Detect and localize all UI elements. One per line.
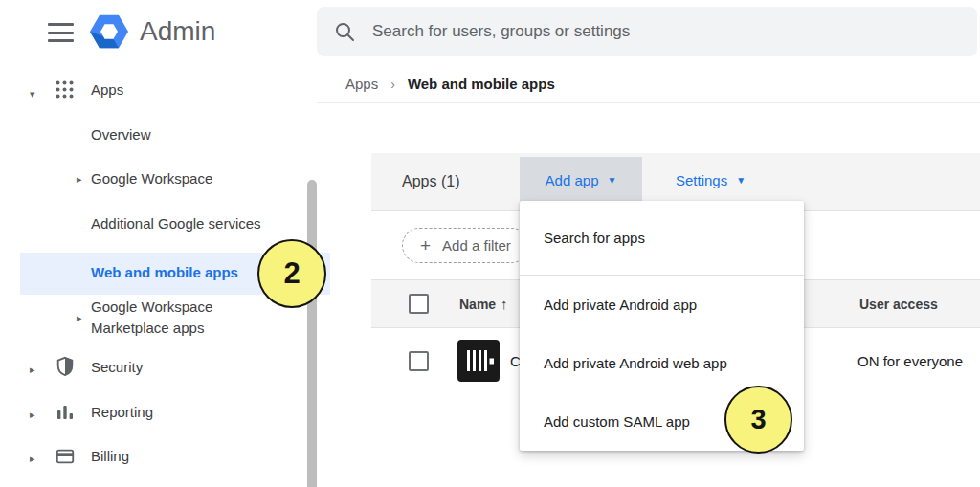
add-app-label: Add app [546,172,599,188]
sidebar-scrollbar[interactable] [307,180,317,487]
add-filter-label: Add a filter [442,237,511,254]
menu-item-add-private-android-app[interactable]: Add private Android app [520,276,804,334]
sidebar-item-security[interactable]: Security [91,359,143,375]
shield-icon [55,356,76,377]
app-logo: Admin [88,11,215,53]
marketplace-label-line2: Marketplace apps [91,318,212,339]
admin-logo-icon [88,11,130,53]
annotation-step-3-badge: 3 [724,386,792,454]
dropdown-arrow-icon: ▼ [736,175,746,186]
hamburger-menu-icon[interactable] [48,23,74,42]
breadcrumb-current: Web and mobile apps [408,76,555,92]
annotation-step-2-badge: 2 [257,239,326,308]
sidebar-item-billing[interactable]: Billing [91,448,129,464]
user-access-cell: ON for everyone [858,353,963,369]
sidebar-item-marketplace-apps[interactable]: Google Workspace Marketplace apps [91,297,212,339]
user-access-column-header: User access [859,297,938,312]
caret-right-icon: ▸ [30,364,35,375]
marketplace-expand-caret[interactable]: ▸ [77,308,82,325]
app-logo-icon [457,340,500,382]
security-expand-caret[interactable]: ▸ [30,360,35,377]
breadcrumb-parent[interactable]: Apps [345,76,378,92]
marketplace-label-line1: Google Workspace [91,297,212,318]
dropdown-arrow-icon: ▼ [607,175,616,186]
reporting-expand-caret[interactable]: ▸ [30,405,35,422]
name-column-header[interactable]: Name [459,297,496,312]
caret-right-icon: ▸ [30,453,35,464]
sidebar-item-google-workspace[interactable]: Google Workspace [91,170,212,187]
plus-icon: + [420,235,431,256]
apps-count-label: Apps (1) [402,153,459,210]
sidebar-item-additional-google-services[interactable]: Additional Google services [91,215,261,232]
sidebar-item-web-and-mobile-apps[interactable]: Web and mobile apps [91,264,238,280]
apps-grid-icon [55,79,75,100]
caret-right-icon: ▸ [77,173,82,185]
google-workspace-expand-caret[interactable]: ▸ [77,169,82,187]
breadcrumb-divider [317,102,980,103]
product-name: Admin [140,11,215,53]
menu-item-add-private-android-web-app[interactable]: Add private Android web app [520,334,804,392]
select-all-checkbox[interactable] [409,294,429,314]
breadcrumb-separator-icon: › [390,77,395,92]
caret-right-icon: ▸ [30,409,35,420]
sidebar-item-overview[interactable]: Overview [91,126,151,143]
breadcrumb: Apps › Web and mobile apps [345,76,555,92]
sort-ascending-icon[interactable]: ↑ [501,296,508,312]
billing-expand-caret[interactable]: ▸ [30,449,35,466]
menu-item-search-for-apps[interactable]: Search for apps [520,201,804,275]
settings-button[interactable]: Settings ▼ [670,157,751,204]
row-checkbox[interactable] [409,351,429,371]
caret-right-icon: ▸ [77,312,82,323]
google-admin-console: Admin Apps › Web and mobile apps ▾ Apps … [0,0,980,487]
bar-chart-icon [56,402,75,421]
global-search-bar[interactable] [317,7,977,56]
sidebar-item-reporting[interactable]: Reporting [91,404,153,420]
apps-expand-caret[interactable]: ▾ [30,84,35,101]
caret-down-icon: ▾ [30,88,35,100]
settings-label: Settings [676,172,727,188]
credit-card-icon [55,446,76,467]
add-app-button[interactable]: Add app ▼ [520,157,642,204]
search-icon [334,21,355,42]
add-filter-chip[interactable]: + Add a filter [402,228,529,263]
sidebar-item-apps[interactable]: Apps [91,81,123,98]
search-input[interactable] [370,21,960,42]
